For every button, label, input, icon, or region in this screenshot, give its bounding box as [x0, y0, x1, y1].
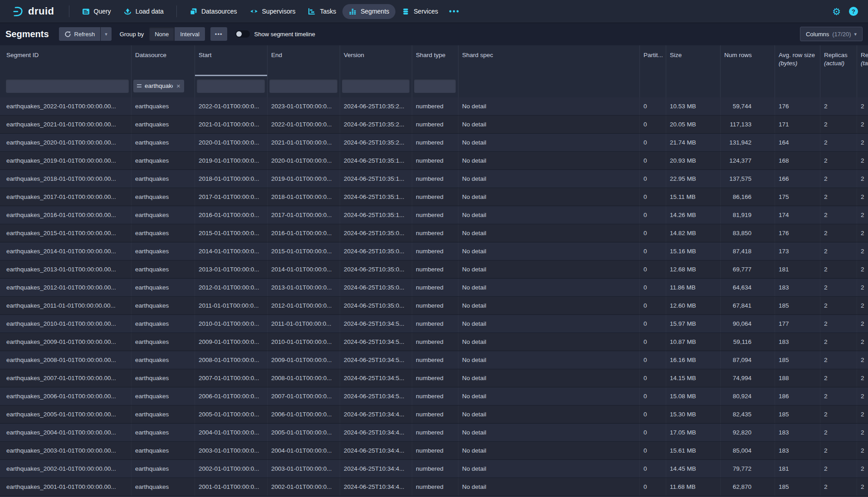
cell-segment_id[interactable]: earthquakes_2022-01-01T00:00:00.00... [0, 97, 132, 115]
cell-value: earthquakes_2015-01-01T00:00:00.00... [6, 230, 116, 236]
nav-item-datasources[interactable]: Datasources [183, 4, 244, 19]
cell-segment_id[interactable]: earthquakes_2006-01-01T00:00:00.00... [0, 387, 132, 405]
cell-value: 2006-01-01T00:00:0... [199, 393, 259, 400]
filter-input-segment_id[interactable] [6, 79, 129, 93]
column-header-end[interactable]: End [268, 45, 340, 76]
more-actions-button[interactable]: ••• [210, 27, 227, 41]
nav-item-services[interactable]: Services [395, 4, 444, 19]
column-header-replicas[interactable]: Replicas(actual) [820, 45, 857, 76]
cell-shard_type: numbered [412, 333, 458, 351]
cell-segment_id[interactable]: earthquakes_2015-01-01T00:00:00.00... [0, 224, 132, 242]
table-row: earthquakes_2022-01-01T00:00:00.00...ear… [0, 97, 868, 116]
cell-segment_id[interactable]: earthquakes_2008-01-01T00:00:00.00... [0, 351, 132, 369]
table-row: earthquakes_2004-01-01T00:00:00.00...ear… [0, 424, 868, 442]
datasource-filter-tag[interactable]: earthquake× [133, 80, 184, 92]
druid-logo[interactable]: druid [0, 5, 63, 18]
cell-value: 2 [861, 375, 864, 381]
cell-partition: 0 [640, 170, 666, 188]
column-header-shard_type[interactable]: Shard type [412, 45, 458, 76]
column-header-datasource[interactable]: Datasource [132, 45, 195, 76]
group-by-none-button[interactable]: None [149, 27, 175, 41]
cell-segment_id[interactable]: earthquakes_2012-01-01T00:00:00.00... [0, 279, 132, 296]
cell-value: 2015-01-01T00:00:0... [271, 248, 332, 255]
column-header-start[interactable]: Start [195, 45, 268, 76]
cell-value: 2024-06-25T10:34:5... [344, 375, 405, 381]
filter-input-version[interactable] [342, 79, 410, 93]
cell-datasource: earthquakes [132, 369, 195, 387]
nav-item-segments[interactable]: Segments [342, 4, 395, 19]
cell-start: 2003-01-01T00:00:0... [195, 442, 268, 459]
column-header-replication_factor[interactable]: Replication factor(target) [857, 45, 868, 76]
cell-value: 2 [824, 121, 828, 128]
cell-segment_id[interactable]: earthquakes_2009-01-01T00:00:00.00... [0, 333, 132, 351]
cell-start: 2018-01-01T00:00:0... [195, 170, 268, 188]
filter-input-start[interactable] [197, 79, 265, 93]
cell-value: numbered [416, 284, 444, 291]
cell-segment_id[interactable]: earthquakes_2007-01-01T00:00:00.00... [0, 369, 132, 387]
nav-item-load-data[interactable]: Load data [117, 4, 170, 19]
table-filter-row: earthquake× [0, 76, 868, 97]
cell-value: 2024-06-25T10:35:1... [344, 212, 405, 218]
cell-shard_spec: No detail [458, 261, 640, 278]
cell-avg_row_size: 181 [775, 460, 820, 478]
services-icon [402, 8, 410, 15]
cell-num_rows: 90,064 [721, 315, 775, 333]
query-icon [82, 8, 90, 15]
cell-value: No detail [462, 175, 486, 182]
column-header-segment_id[interactable]: Segment ID [0, 45, 132, 76]
column-header-partition[interactable]: Partit... [640, 45, 666, 76]
cell-partition: 0 [640, 351, 666, 369]
cell-segment_id[interactable]: earthquakes_2004-01-01T00:00:00.00... [0, 424, 132, 441]
cell-value: 15.08 MB [670, 393, 696, 400]
cell-partition: 0 [640, 279, 666, 296]
cell-segment_id[interactable]: earthquakes_2020-01-01T00:00:00.00... [0, 134, 132, 151]
cell-segment_id[interactable]: earthquakes_2005-01-01T00:00:00.00... [0, 405, 132, 423]
cell-segment_id[interactable]: earthquakes_2013-01-01T00:00:00.00... [0, 261, 132, 278]
cell-segment_id[interactable]: earthquakes_2019-01-01T00:00:00.00... [0, 152, 132, 169]
help-icon[interactable]: ? [849, 7, 858, 16]
cell-segment_id[interactable]: earthquakes_2017-01-01T00:00:00.00... [0, 188, 132, 206]
column-header-version[interactable]: Version [340, 45, 412, 76]
cell-segment_id[interactable]: earthquakes_2011-01-01T00:00:00.00... [0, 297, 132, 314]
filter-input-shard_type[interactable] [414, 79, 456, 93]
remove-filter-icon[interactable]: × [176, 82, 180, 90]
column-header-size[interactable]: Size [666, 45, 721, 76]
table-row: earthquakes_2007-01-01T00:00:00.00...ear… [0, 369, 868, 387]
cell-version: 2024-06-25T10:35:2... [340, 97, 412, 115]
cell-replicas: 2 [820, 279, 857, 296]
cell-start: 2019-01-01T00:00:0... [195, 152, 268, 169]
nav-item-query[interactable]: Query [76, 4, 117, 19]
cell-value: numbered [416, 266, 444, 273]
cell-segment_id[interactable]: earthquakes_2016-01-01T00:00:00.00... [0, 206, 132, 224]
cell-replication_factor: 2 [857, 242, 868, 260]
column-header-avg_row_size[interactable]: Avg. row size(bytes) [775, 45, 820, 76]
refresh-button[interactable]: Refresh [59, 27, 101, 41]
nav-item-supervisors[interactable]: Supervisors [244, 4, 302, 19]
cell-value: No detail [462, 248, 486, 255]
cell-segment_id[interactable]: earthquakes_2010-01-01T00:00:00.00... [0, 315, 132, 333]
group-by-interval-button[interactable]: Interval [175, 27, 205, 41]
column-label: Avg. row size [779, 51, 817, 59]
columns-button[interactable]: Columns (17/20) ▾ [800, 27, 863, 41]
refresh-dropdown-button[interactable]: ▾ [101, 27, 112, 41]
cell-segment_id[interactable]: earthquakes_2021-01-01T00:00:00.00... [0, 116, 132, 133]
cell-segment_id[interactable]: earthquakes_2002-01-01T00:00:00.00... [0, 460, 132, 478]
cell-replicas: 2 [820, 333, 857, 351]
column-header-num_rows[interactable]: Num rows [721, 45, 775, 76]
cell-value: numbered [416, 157, 444, 164]
nav-more-button[interactable] [444, 6, 463, 17]
cell-segment_id[interactable]: earthquakes_2003-01-01T00:00:00.00... [0, 442, 132, 459]
settings-gear-icon[interactable]: ⚙ [832, 7, 841, 16]
cell-value: earthquakes_2003-01-01T00:00:00.00... [6, 447, 116, 454]
cell-shard_spec: No detail [458, 369, 640, 387]
column-header-shard_spec[interactable]: Shard spec [458, 45, 640, 76]
cell-segment_id[interactable]: earthquakes_2018-01-01T00:00:00.00... [0, 170, 132, 188]
nav-item-tasks[interactable]: Tasks [302, 4, 342, 19]
filter-input-end[interactable] [269, 79, 337, 93]
cell-segment_id[interactable]: earthquakes_2001-01-01T00:00:00.00... [0, 478, 132, 496]
cell-value: 2018-01-01T00:00:0... [199, 175, 259, 182]
cell-size: 15.11 MB [666, 188, 721, 206]
table-row: earthquakes_2014-01-01T00:00:00.00...ear… [0, 242, 868, 261]
segment-timeline-toggle[interactable] [235, 30, 250, 38]
cell-segment_id[interactable]: earthquakes_2014-01-01T00:00:00.00... [0, 242, 132, 260]
